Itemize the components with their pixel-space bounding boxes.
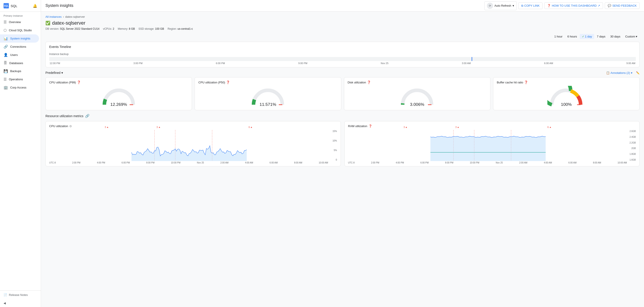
gauge-visual-cpu-p99: 12.269% (100, 86, 138, 107)
collapse-icon: ◀ (4, 301, 6, 305)
gauge-help-icon-disk[interactable]: ❓ (367, 81, 371, 84)
sidebar-footer: 📄 Release Notes (0, 290, 41, 299)
x-label: UTC-8 (49, 161, 56, 164)
gauge-card-cpu-p99: CPU utilization (P99) ❓ 12.269% (46, 77, 192, 110)
sidebar-item-users[interactable]: 👤 Users (0, 51, 39, 59)
memory-value: 8 GB (129, 27, 135, 30)
sidebar-item-operations[interactable]: ☰ Operations (0, 75, 39, 83)
page-title: System insights (46, 3, 483, 8)
sidebar-item-cloud-sql-studio[interactable]: ⬡ Cloud SQL Studio (0, 26, 39, 34)
y-label: 2GB (629, 147, 636, 150)
sidebar-item-system-insights[interactable]: 📊 System insights (0, 34, 39, 43)
gauge-visual-buffer-cache: 100% (548, 86, 585, 107)
memory-meta: Memory: 8 GB (118, 27, 135, 30)
gauge-card-cpu-p50: CPU utilization (P50) ❓ 11.571% (194, 77, 341, 110)
resource-header: Resource utilization metrics 🔗 (46, 114, 640, 118)
gauge-card-buffer-cache: Buffer cache hit ratio ❓ 100% (493, 77, 640, 110)
gauge-help-icon-buffer-cache[interactable]: ❓ (524, 81, 528, 84)
alert-marker-ram-utilization-0: 3🔺 (404, 126, 408, 128)
sidebar-item-connections[interactable]: 🔗 Connections (0, 43, 39, 51)
sidebar-icon-backups: 💾 (4, 69, 8, 73)
x-label: 2:00 AM (220, 161, 228, 164)
copy-icon: ⧉ (521, 4, 523, 8)
timeline-x-label: 6:00 PM (216, 62, 225, 65)
predefined-title[interactable]: Predefined ▾ (46, 71, 63, 75)
gauges-row: CPU utilization (P99) ❓ 12.269% CPU util… (46, 77, 640, 110)
annotations-button[interactable]: 📋 Annotations (2) ▾ (606, 71, 632, 75)
sidebar-item-corp-access[interactable]: 🏢 Corp Access (0, 83, 39, 92)
sidebar-label-connections: Connections (10, 45, 26, 48)
predefined-section: Predefined ▾ 📋 Annotations (2) ▾ ✏️ CPU … (46, 71, 640, 110)
x-label: 2:00 PM (371, 161, 379, 164)
gauge-title-cpu-p99: CPU utilization (P99) ❓ (49, 81, 81, 84)
y-label: 0 (330, 159, 337, 161)
send-feedback-button[interactable]: 💬 SEND FEEDBACK (605, 3, 640, 9)
breadcrumb: All instances › datex-sqlserver (46, 15, 640, 19)
sidebar-item-overview[interactable]: ☰ Overview (0, 18, 39, 26)
y-label: 10% (330, 140, 337, 142)
timeline-event-dot (472, 57, 472, 61)
gauge-value-cpu-p99: 12.269% (110, 102, 127, 107)
how-to-button[interactable]: ❓ HOW TO USE THIS DASHBOARD ↗ (544, 3, 603, 9)
notification-bell-icon[interactable]: 🔔 (33, 4, 37, 8)
chart-title-cpu-utilization: CPU utilization ⊙ (49, 124, 337, 128)
gauge-help-icon-cpu-p99[interactable]: ❓ (77, 81, 81, 84)
x-label: 4:00 AM (245, 161, 253, 164)
chart-x-axis-ram-utilization: UTC-82:00 PM4:00 PM6:00 PM8:00 PM10:00 P… (348, 161, 636, 164)
copy-link-label: COPY LINK (524, 4, 540, 7)
sidebar-label-corp-access: Corp Access (10, 86, 26, 89)
predefined-chevron-icon: ▾ (62, 71, 63, 75)
sidebar-collapse-button[interactable]: ◀ (0, 299, 41, 307)
x-label: 8:00 AM (593, 161, 601, 164)
y-label: 2.6GB (629, 130, 636, 132)
copy-link-button[interactable]: ⧉ COPY LINK (518, 3, 542, 9)
predefined-label: Predefined (46, 71, 60, 75)
time-btn-30-days[interactable]: 30 days (608, 34, 623, 39)
x-label: UTC-8 (348, 161, 354, 164)
gauge-visual-disk: 3.006% (398, 86, 436, 107)
x-label: 6:00 PM (420, 161, 428, 164)
time-btn-custom[interactable]: Custom ▾ (623, 34, 640, 39)
alert-marker-cpu-utilization-0: 3🔺 (104, 126, 109, 128)
annotations-icon: 📋 (606, 71, 610, 75)
gauge-help-icon-cpu-p50[interactable]: ❓ (226, 81, 230, 84)
time-btn-6-hours[interactable]: 6 hours (565, 34, 579, 39)
timeline-x-label: 9:00 PM (298, 62, 307, 65)
all-instances-link[interactable]: All instances (46, 15, 62, 19)
x-label: 2:00 PM (72, 161, 80, 164)
chart-y-axis-ram-utilization: 2.6GB2.4GB2.2GB2GB1.8GB1.6GB (628, 130, 636, 161)
x-label: 4:00 AM (544, 161, 552, 164)
db-version-value: SQL Server 2022 Standard CU14 (60, 27, 99, 30)
topbar: System insights ⟳ Auto Refresh ▾ ⧉ COPY … (41, 0, 644, 12)
time-btn-1-day[interactable]: ✓1 day (580, 34, 594, 39)
events-timeline-header: Events Timeline (46, 42, 639, 51)
x-label: 6:00 AM (568, 161, 577, 164)
memory-label: Memory: (118, 27, 128, 30)
gauge-title-disk: Disk utilization ❓ (348, 81, 371, 84)
y-label: 5% (330, 149, 337, 152)
annotations-chevron-icon: ▾ (631, 71, 632, 75)
sidebar-item-databases[interactable]: 🗄 Databases (0, 59, 39, 67)
external-link-icon: ↗ (598, 4, 600, 7)
x-label: 10:00 AM (319, 161, 328, 164)
x-label: Nov 25 (197, 161, 204, 164)
time-btn-7-days[interactable]: 7 days (594, 34, 608, 39)
sidebar-icon-system-insights: 📊 (4, 36, 8, 41)
gauge-title-cpu-p50: CPU utilization (P50) ❓ (198, 81, 230, 84)
time-btn-1-hour[interactable]: 1 hour (552, 34, 565, 39)
chart-area-cpu-utilization: 3🔺 3🔺 6🔺 15%10%5%0 UTC-82:00 PM4:00 PM6:… (49, 130, 337, 164)
auto-refresh-button[interactable]: ⟳ Auto Refresh ▾ (484, 1, 516, 10)
link-icon[interactable]: 🔗 (85, 114, 90, 118)
vcpus-value: 2 (113, 27, 114, 30)
alert-marker-cpu-utilization-2: 6🔺 (249, 126, 253, 128)
gauge-title-buffer-cache: Buffer cache hit ratio ❓ (497, 81, 528, 84)
sidebar-icon-cloud-sql-studio: ⬡ (4, 28, 7, 32)
release-notes-label[interactable]: Release Notes (9, 293, 28, 296)
chart-help-icon[interactable]: ❓ (368, 124, 372, 128)
release-notes-icon: 📄 (4, 293, 7, 296)
timeline-x-label: 3:00 AM (462, 62, 471, 65)
sidebar-item-backups[interactable]: 💾 Backups (0, 67, 39, 75)
gauge-visual-cpu-p50: 11.571% (249, 86, 287, 107)
edit-icon[interactable]: ✏️ (636, 71, 640, 75)
instance-status-icon: ✅ (46, 21, 50, 26)
